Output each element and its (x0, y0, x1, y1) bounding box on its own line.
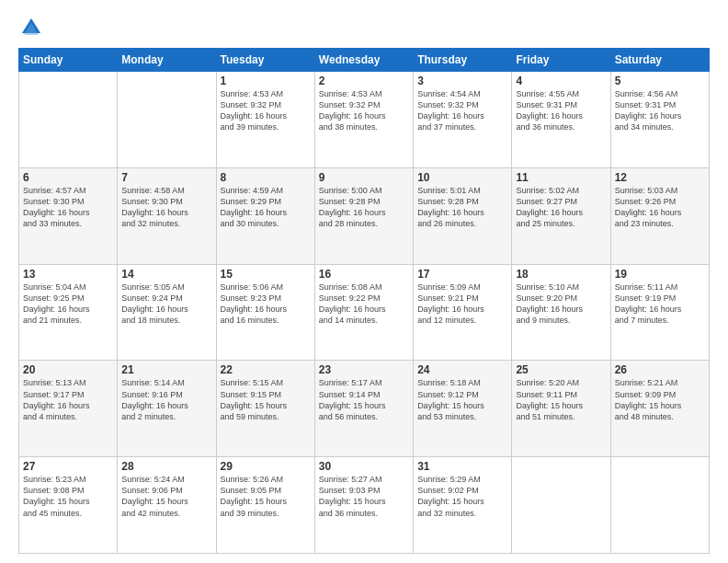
calendar-cell (512, 457, 610, 554)
calendar-week-row: 20Sunrise: 5:13 AM Sunset: 9:17 PM Dayli… (19, 361, 710, 457)
calendar-week-row: 1Sunrise: 4:53 AM Sunset: 9:32 PM Daylig… (19, 72, 710, 168)
day-number: 22 (221, 363, 311, 376)
day-number: 21 (121, 363, 211, 376)
day-detail: Sunrise: 4:59 AM Sunset: 9:29 PM Dayligh… (221, 185, 311, 230)
calendar-cell: 13Sunrise: 5:04 AM Sunset: 9:25 PM Dayli… (19, 264, 118, 361)
calendar-cell: 7Sunrise: 4:58 AM Sunset: 9:30 PM Daylig… (118, 167, 216, 264)
calendar-cell (19, 72, 118, 168)
calendar-cell: 16Sunrise: 5:08 AM Sunset: 9:22 PM Dayli… (314, 264, 413, 361)
day-number: 7 (121, 171, 211, 184)
day-detail: Sunrise: 5:08 AM Sunset: 9:22 PM Dayligh… (319, 282, 409, 327)
day-number: 29 (221, 460, 311, 473)
day-number: 6 (23, 171, 113, 184)
day-detail: Sunrise: 5:20 AM Sunset: 9:11 PM Dayligh… (516, 377, 606, 422)
day-detail: Sunrise: 5:11 AM Sunset: 9:19 PM Dayligh… (615, 282, 705, 327)
calendar-cell: 11Sunrise: 5:02 AM Sunset: 9:27 PM Dayli… (512, 167, 610, 264)
day-detail: Sunrise: 5:18 AM Sunset: 9:12 PM Dayligh… (417, 377, 507, 422)
day-number: 17 (417, 268, 507, 281)
day-number: 10 (417, 171, 507, 184)
day-detail: Sunrise: 5:13 AM Sunset: 9:17 PM Dayligh… (23, 377, 113, 422)
calendar-cell: 25Sunrise: 5:20 AM Sunset: 9:11 PM Dayli… (512, 361, 610, 457)
weekday-header: Wednesday (314, 49, 413, 72)
calendar-cell: 28Sunrise: 5:24 AM Sunset: 9:06 PM Dayli… (118, 457, 216, 554)
weekday-header: Monday (118, 49, 216, 72)
day-detail: Sunrise: 5:04 AM Sunset: 9:25 PM Dayligh… (23, 282, 113, 327)
calendar-cell: 29Sunrise: 5:26 AM Sunset: 9:05 PM Dayli… (216, 457, 314, 554)
day-number: 27 (23, 460, 113, 473)
calendar-week-row: 27Sunrise: 5:23 AM Sunset: 9:08 PM Dayli… (19, 457, 710, 554)
calendar-cell: 6Sunrise: 4:57 AM Sunset: 9:30 PM Daylig… (19, 167, 118, 264)
day-number: 24 (417, 363, 507, 376)
weekday-header: Sunday (19, 49, 118, 72)
weekday-header: Tuesday (216, 49, 314, 72)
calendar-body: 1Sunrise: 4:53 AM Sunset: 9:32 PM Daylig… (19, 72, 710, 554)
calendar-cell: 17Sunrise: 5:09 AM Sunset: 9:21 PM Dayli… (414, 264, 512, 361)
day-detail: Sunrise: 5:27 AM Sunset: 9:03 PM Dayligh… (319, 474, 409, 519)
day-number: 30 (319, 460, 409, 473)
weekday-header: Thursday (414, 49, 512, 72)
day-detail: Sunrise: 5:17 AM Sunset: 9:14 PM Dayligh… (319, 377, 409, 422)
day-detail: Sunrise: 4:58 AM Sunset: 9:30 PM Dayligh… (121, 185, 211, 230)
calendar-cell: 8Sunrise: 4:59 AM Sunset: 9:29 PM Daylig… (216, 167, 314, 264)
calendar-cell: 31Sunrise: 5:29 AM Sunset: 9:02 PM Dayli… (414, 457, 512, 554)
calendar-cell: 1Sunrise: 4:53 AM Sunset: 9:32 PM Daylig… (216, 72, 314, 168)
calendar-cell: 9Sunrise: 5:00 AM Sunset: 9:28 PM Daylig… (314, 167, 413, 264)
day-number: 18 (516, 268, 606, 281)
day-number: 20 (23, 363, 113, 376)
weekday-header: Saturday (610, 49, 709, 72)
day-number: 2 (319, 75, 409, 87)
day-number: 14 (121, 268, 211, 281)
weekday-row: SundayMondayTuesdayWednesdayThursdayFrid… (19, 49, 710, 72)
day-number: 19 (615, 268, 705, 281)
calendar-cell: 20Sunrise: 5:13 AM Sunset: 9:17 PM Dayli… (19, 361, 118, 457)
day-detail: Sunrise: 5:02 AM Sunset: 9:27 PM Dayligh… (516, 185, 606, 230)
day-number: 15 (221, 268, 311, 281)
day-detail: Sunrise: 4:54 AM Sunset: 9:32 PM Dayligh… (417, 88, 507, 133)
day-number: 23 (319, 363, 409, 376)
day-number: 31 (417, 460, 507, 473)
calendar-cell: 12Sunrise: 5:03 AM Sunset: 9:26 PM Dayli… (610, 167, 709, 264)
calendar-cell: 26Sunrise: 5:21 AM Sunset: 9:09 PM Dayli… (610, 361, 709, 457)
day-detail: Sunrise: 5:03 AM Sunset: 9:26 PM Dayligh… (615, 185, 705, 230)
day-detail: Sunrise: 5:10 AM Sunset: 9:20 PM Dayligh… (516, 282, 606, 327)
calendar-cell: 5Sunrise: 4:56 AM Sunset: 9:31 PM Daylig… (610, 72, 709, 168)
day-number: 5 (615, 75, 705, 87)
calendar-cell: 21Sunrise: 5:14 AM Sunset: 9:16 PM Dayli… (118, 361, 216, 457)
day-detail: Sunrise: 5:29 AM Sunset: 9:02 PM Dayligh… (417, 474, 507, 519)
calendar-cell (610, 457, 709, 554)
day-detail: Sunrise: 4:57 AM Sunset: 9:30 PM Dayligh… (23, 185, 113, 230)
calendar-cell: 27Sunrise: 5:23 AM Sunset: 9:08 PM Dayli… (19, 457, 118, 554)
day-number: 26 (615, 363, 705, 376)
calendar-cell: 23Sunrise: 5:17 AM Sunset: 9:14 PM Dayli… (314, 361, 413, 457)
day-number: 25 (516, 363, 606, 376)
calendar-cell: 30Sunrise: 5:27 AM Sunset: 9:03 PM Dayli… (314, 457, 413, 554)
calendar-week-row: 6Sunrise: 4:57 AM Sunset: 9:30 PM Daylig… (19, 167, 710, 264)
day-detail: Sunrise: 5:24 AM Sunset: 9:06 PM Dayligh… (121, 474, 211, 519)
day-detail: Sunrise: 5:06 AM Sunset: 9:23 PM Dayligh… (221, 282, 311, 327)
day-number: 16 (319, 268, 409, 281)
page: SundayMondayTuesdayWednesdayThursdayFrid… (0, 0, 728, 563)
day-number: 12 (615, 171, 705, 184)
day-detail: Sunrise: 5:15 AM Sunset: 9:15 PM Dayligh… (221, 377, 311, 422)
day-detail: Sunrise: 5:23 AM Sunset: 9:08 PM Dayligh… (23, 474, 113, 519)
calendar-cell: 24Sunrise: 5:18 AM Sunset: 9:12 PM Dayli… (414, 361, 512, 457)
calendar-cell: 22Sunrise: 5:15 AM Sunset: 9:15 PM Dayli… (216, 361, 314, 457)
calendar-cell: 18Sunrise: 5:10 AM Sunset: 9:20 PM Dayli… (512, 264, 610, 361)
day-detail: Sunrise: 5:09 AM Sunset: 9:21 PM Dayligh… (417, 282, 507, 327)
day-number: 28 (121, 460, 211, 473)
day-detail: Sunrise: 4:53 AM Sunset: 9:32 PM Dayligh… (221, 88, 311, 133)
calendar-cell: 10Sunrise: 5:01 AM Sunset: 9:28 PM Dayli… (414, 167, 512, 264)
calendar-cell: 4Sunrise: 4:55 AM Sunset: 9:31 PM Daylig… (512, 72, 610, 168)
calendar-cell: 19Sunrise: 5:11 AM Sunset: 9:19 PM Dayli… (610, 264, 709, 361)
calendar-header: SundayMondayTuesdayWednesdayThursdayFrid… (19, 49, 710, 72)
day-number: 11 (516, 171, 606, 184)
weekday-header: Friday (512, 49, 610, 72)
day-detail: Sunrise: 5:05 AM Sunset: 9:24 PM Dayligh… (121, 282, 211, 327)
calendar: SundayMondayTuesdayWednesdayThursdayFrid… (18, 48, 710, 554)
day-number: 3 (417, 75, 507, 87)
day-detail: Sunrise: 5:01 AM Sunset: 9:28 PM Dayligh… (417, 185, 507, 230)
day-detail: Sunrise: 4:56 AM Sunset: 9:31 PM Dayligh… (615, 88, 705, 133)
calendar-cell: 15Sunrise: 5:06 AM Sunset: 9:23 PM Dayli… (216, 264, 314, 361)
day-number: 4 (516, 75, 606, 87)
day-number: 13 (23, 268, 113, 281)
